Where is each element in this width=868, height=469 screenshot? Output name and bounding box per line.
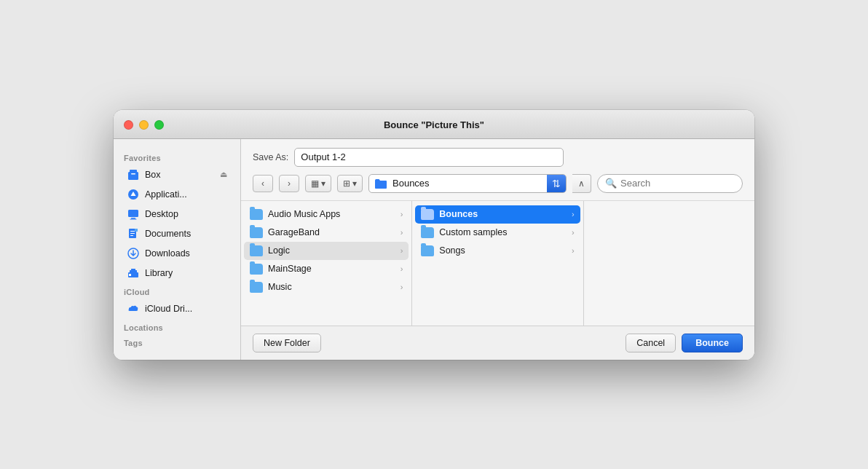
cancel-button[interactable]: Cancel xyxy=(626,334,676,352)
arrow-garageband: › xyxy=(401,228,403,237)
svg-rect-2 xyxy=(131,173,135,175)
traffic-lights xyxy=(124,120,164,130)
folder-icon-music xyxy=(250,282,263,293)
search-input[interactable] xyxy=(620,178,735,189)
search-box[interactable]: 🔍 xyxy=(597,174,743,193)
path-spinner[interactable]: ⇅ xyxy=(547,174,566,193)
back-icon: ‹ xyxy=(261,178,264,189)
file-column-2: Bounces › Custom samples › Songs › xyxy=(412,201,583,326)
folder-icon-songs xyxy=(421,245,434,256)
arrow-songs: › xyxy=(572,246,575,255)
file-column-3 xyxy=(584,201,754,326)
folder-icon-bounces xyxy=(421,209,434,220)
minimize-button[interactable] xyxy=(139,120,149,130)
file-column-1: Audio Music Apps › GarageBand › Logic › xyxy=(241,201,412,326)
arrow-mainstage: › xyxy=(401,264,403,273)
sidebar-item-downloads[interactable]: Downloads xyxy=(117,244,237,263)
eject-icon[interactable]: ⏏ xyxy=(220,170,227,179)
sidebar-item-documents[interactable]: Documents xyxy=(117,224,237,243)
folder-icon-audio-music-apps xyxy=(250,209,263,220)
documents-label: Documents xyxy=(145,229,191,239)
maximize-button[interactable] xyxy=(154,120,164,130)
view-grid-button[interactable]: ⊞ ▾ xyxy=(337,175,363,192)
folder-icon-logic xyxy=(250,245,263,256)
icloud-icon xyxy=(127,302,140,315)
svg-rect-6 xyxy=(131,218,135,219)
file-label-custom-samples: Custom samples xyxy=(439,227,567,237)
favorites-label: Favorites xyxy=(114,149,240,165)
file-browser: Audio Music Apps › GarageBand › Logic › xyxy=(241,201,754,326)
search-icon: 🔍 xyxy=(605,178,617,189)
applications-label: Applicati... xyxy=(145,189,187,200)
folder-icon-garageband xyxy=(250,227,263,238)
sidebar-item-library[interactable]: Library xyxy=(117,264,237,283)
view-columns-icon: ▦ xyxy=(311,178,319,189)
file-label-garageband: GarageBand xyxy=(268,227,395,237)
desktop-label: Desktop xyxy=(145,209,178,219)
file-item-garageband[interactable]: GarageBand › xyxy=(241,224,411,242)
file-label-songs: Songs xyxy=(439,245,567,256)
file-item-audio-music-apps[interactable]: Audio Music Apps › xyxy=(241,205,411,224)
save-as-label: Save As: xyxy=(253,152,288,162)
svg-rect-0 xyxy=(128,172,138,180)
new-folder-button[interactable]: New Folder xyxy=(253,334,321,352)
desktop-icon xyxy=(127,208,140,221)
svg-rect-7 xyxy=(130,218,137,219)
svg-rect-16 xyxy=(131,269,135,271)
svg-rect-5 xyxy=(128,210,138,217)
file-item-mainstage[interactable]: MainStage › xyxy=(241,260,411,278)
file-label-music: Music xyxy=(268,282,395,292)
view-grid-chevron: ▾ xyxy=(352,178,357,189)
expand-icon: ∧ xyxy=(578,178,585,189)
bottom-bar: New Folder Cancel Bounce xyxy=(241,326,754,360)
sidebar-item-icloud-drive[interactable]: iCloud Dri... xyxy=(117,299,237,318)
svg-rect-17 xyxy=(129,274,131,276)
sidebar-item-box[interactable]: Box ⏏ xyxy=(117,165,237,184)
window-title: Bounce "Picture This" xyxy=(125,119,743,130)
svg-rect-9 xyxy=(130,231,135,232)
file-item-custom-samples[interactable]: Custom samples › xyxy=(412,224,583,242)
applications-icon xyxy=(127,188,140,201)
library-label: Library xyxy=(145,268,173,278)
save-as-row: Save As: xyxy=(253,148,743,167)
file-item-bounces[interactable]: Bounces › xyxy=(415,205,580,224)
bounce-button[interactable]: Bounce xyxy=(682,334,743,352)
downloads-icon xyxy=(127,247,140,260)
svg-rect-11 xyxy=(130,235,133,236)
view-columns-button[interactable]: ▦ ▾ xyxy=(305,175,331,192)
content-area: Save As: ‹ › ▦ ▾ xyxy=(241,139,754,360)
title-bar: Bounce "Picture This" xyxy=(114,110,754,139)
arrow-bounces: › xyxy=(572,210,575,218)
icloud-drive-label: iCloud Dri... xyxy=(145,304,192,314)
tags-label: Tags xyxy=(114,334,240,350)
file-item-music[interactable]: Music › xyxy=(241,278,411,296)
back-button[interactable]: ‹ xyxy=(253,175,273,192)
file-item-logic[interactable]: Logic › xyxy=(244,242,409,260)
view-columns-chevron: ▾ xyxy=(321,178,326,189)
arrow-audio-music-apps: › xyxy=(401,210,403,218)
sidebar-item-applications[interactable]: Applicati... xyxy=(117,185,237,204)
svg-rect-10 xyxy=(130,233,135,234)
save-as-input[interactable] xyxy=(294,148,564,167)
close-button[interactable] xyxy=(124,120,133,130)
expand-button[interactable]: ∧ xyxy=(572,174,591,193)
file-label-mainstage: MainStage xyxy=(268,264,395,274)
file-label-audio-music-apps: Audio Music Apps xyxy=(268,209,395,219)
dialog-window: Bounce "Picture This" Favorites Box ⏏ xyxy=(114,110,754,360)
svg-rect-12 xyxy=(135,229,138,232)
path-spinner-icon: ⇅ xyxy=(552,178,561,189)
arrow-logic: › xyxy=(401,246,403,255)
box-label: Box xyxy=(145,170,161,180)
folder-icon-custom-samples xyxy=(421,227,434,238)
forward-button[interactable]: › xyxy=(279,175,299,192)
toolbar: Save As: ‹ › ▦ ▾ xyxy=(241,139,754,201)
file-item-songs[interactable]: Songs › xyxy=(412,242,583,260)
path-folder-icon xyxy=(369,178,392,189)
arrow-music: › xyxy=(401,283,403,291)
sidebar-item-desktop[interactable]: Desktop xyxy=(117,205,237,224)
folder-icon-mainstage xyxy=(250,264,263,275)
path-label: Bounces xyxy=(392,178,547,189)
dialog-body: Favorites Box ⏏ xyxy=(114,139,754,360)
path-selector[interactable]: Bounces ⇅ xyxy=(368,174,567,193)
locations-label: Locations xyxy=(114,319,240,334)
